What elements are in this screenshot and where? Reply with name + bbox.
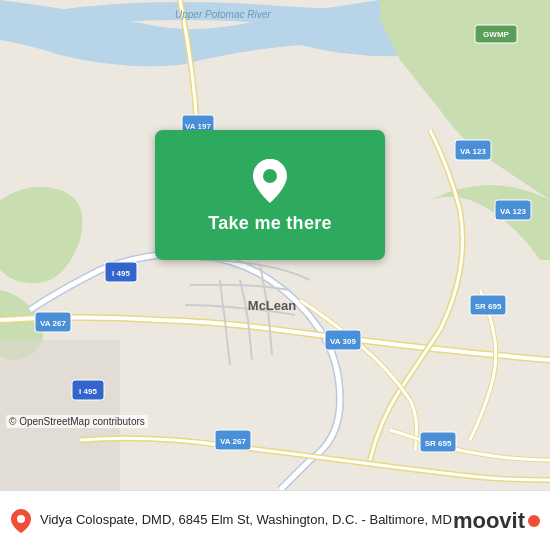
svg-text:McLean: McLean [248, 298, 296, 313]
svg-text:VA 267: VA 267 [220, 437, 246, 446]
moovit-dot-icon [528, 515, 540, 527]
map-container: VA 197 I 495 I 495 VA 267 VA 267 VA 123 … [0, 0, 550, 490]
take-me-there-label: Take me there [208, 213, 332, 234]
moovit-logo: moovit [453, 508, 540, 534]
info-bar: Vidya Colospate, DMD, 6845 Elm St, Washi… [0, 490, 550, 550]
svg-point-28 [17, 515, 25, 523]
info-location-icon [10, 508, 32, 534]
svg-text:SR 695: SR 695 [475, 302, 502, 311]
moovit-text: moovit [453, 508, 525, 534]
svg-text:I 495: I 495 [79, 387, 97, 396]
svg-text:VA 267: VA 267 [40, 319, 66, 328]
svg-text:GWMP: GWMP [483, 30, 509, 39]
svg-point-27 [263, 169, 277, 183]
location-info-text: Vidya Colospate, DMD, 6845 Elm St, Washi… [40, 511, 453, 529]
svg-text:Upper Potomac River: Upper Potomac River [175, 9, 271, 20]
svg-text:I 495: I 495 [112, 269, 130, 278]
svg-text:VA 123: VA 123 [500, 207, 526, 216]
svg-text:VA 309: VA 309 [330, 337, 356, 346]
svg-text:SR 695: SR 695 [425, 439, 452, 448]
svg-text:VA 123: VA 123 [460, 147, 486, 156]
map-credit: © OpenStreetMap contributors [6, 415, 148, 428]
location-pin-icon [250, 157, 290, 205]
take-me-there-button[interactable]: Take me there [155, 130, 385, 260]
